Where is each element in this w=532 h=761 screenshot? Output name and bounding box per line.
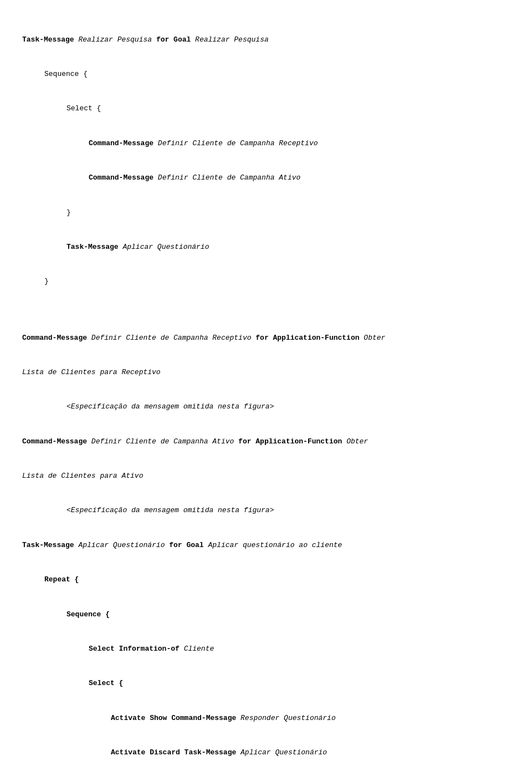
kw-cmd-msg-2: Command-Message — [89, 173, 154, 182]
it-lista-receptivo: Lista de Clientes para Receptivo — [22, 368, 161, 376]
it-realizar-pesquisa-goal: Realizar Pesquisa — [195, 35, 269, 44]
seq-open-1: Sequence { — [44, 70, 88, 78]
kw-task-message-1: Task-Message — [22, 35, 74, 44]
kw-cmd-msg-def-receptivo: Command-Message — [22, 334, 87, 342]
it-cliente: Cliente — [184, 645, 214, 653]
it-cmd-def-receptivo: Definir Cliente de Campanha Receptivo — [91, 334, 255, 342]
it-realizar-pesquisa-1: Realizar Pesquisa — [78, 35, 152, 44]
kw-for-app-func-1: for Application-Function — [255, 334, 359, 342]
it-spec-omitida-1: <Especificação da mensagem omitida nesta… — [66, 402, 274, 411]
kw-activate-show-cmd: Activate Show Command-Message — [111, 714, 236, 722]
kw-select-open-2: Select { — [89, 679, 123, 687]
it-responder-quest-1: Responder Questionário — [241, 714, 336, 722]
it-obter-2: Obter — [346, 437, 368, 446]
it-aplicar-quest-goal: Aplicar questionário ao cliente — [208, 541, 342, 549]
it-lista-ativo: Lista de Clientes para Ativo — [22, 472, 143, 480]
kw-cmd-msg-1: Command-Message — [89, 139, 154, 147]
brace-close-1: } — [66, 208, 71, 217]
kw-for-app-func-2: for Application-Function — [238, 437, 342, 446]
it-cmd-def-ativo: Definir Cliente de Campanha Ativo — [91, 437, 238, 446]
it-definir-receptivo: Definir Cliente de Campanha Receptivo — [158, 139, 318, 147]
kw-activate-discard-task: Activate Discard Task-Message — [111, 748, 236, 757]
it-aplicar-quest-3: Aplicar Questionário — [241, 748, 327, 757]
kw-repeat-1: Repeat { — [44, 575, 79, 584]
select-open-1: Select { — [66, 104, 101, 113]
it-spec-omitida-2: <Especificação da mensagem omitida nesta… — [66, 506, 274, 514]
kw-select-info: Select Information-of — [89, 645, 180, 653]
it-aplicar-quest: Aplicar Questionário — [122, 243, 209, 251]
brace-close-2: } — [44, 277, 49, 285]
it-definir-ativo: Definir Cliente de Campanha Ativo — [158, 173, 300, 182]
kw-task-msg-aplicar: Task-Message — [66, 243, 119, 251]
it-obter-1: Obter — [364, 334, 385, 342]
kw-seq-2: Sequence { — [66, 610, 110, 619]
it-aplicar-quest-2: Aplicar Questionário — [78, 541, 169, 549]
kw-task-msg-aplicar-2: Task-Message — [22, 541, 74, 549]
kw-for-goal-2: for Goal — [169, 541, 203, 549]
code-block-1: Task-Message Realizar Pesquisa for Goal … — [22, 11, 510, 299]
code-block-2: Command-Message Definir Cliente de Campa… — [22, 309, 510, 761]
kw-cmd-msg-def-ativo: Command-Message — [22, 437, 87, 446]
kw-for-goal-1: for Goal — [156, 35, 191, 44]
